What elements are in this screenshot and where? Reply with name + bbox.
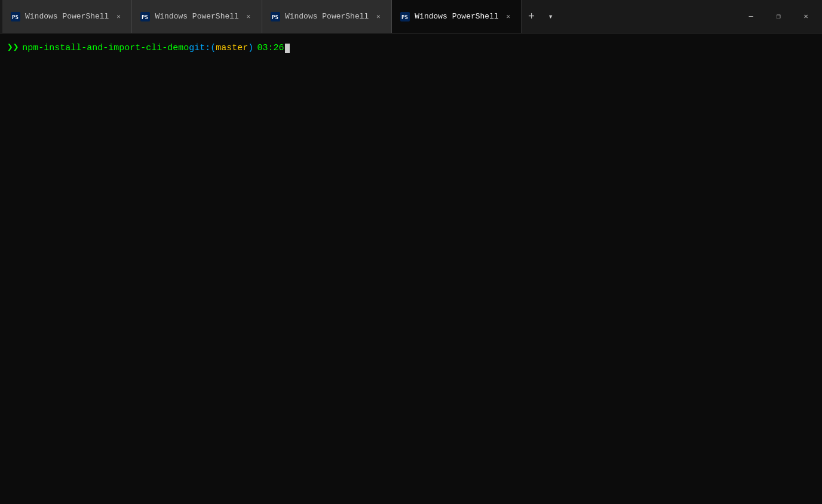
prompt-time: 03:26 bbox=[257, 41, 284, 56]
svg-text:PS: PS bbox=[401, 14, 408, 20]
svg-text:PS: PS bbox=[272, 14, 278, 20]
title-bar: PS Windows PowerShell ✕ PS Windows Power… bbox=[0, 0, 822, 33]
prompt-path: npm-install-and-import-cli-demo bbox=[22, 41, 189, 56]
maximize-icon: ❐ bbox=[776, 12, 780, 21]
tab-4-label: Windows PowerShell bbox=[415, 12, 498, 21]
tabs-dropdown-button[interactable]: ▾ bbox=[541, 7, 560, 26]
close-icon: ✕ bbox=[803, 12, 808, 21]
prompt-git-open: ( bbox=[210, 41, 216, 56]
prompt-arrow: ❯❯ bbox=[7, 41, 19, 56]
add-tab-button[interactable]: + bbox=[522, 7, 541, 26]
tab-1[interactable]: PS Windows PowerShell ✕ bbox=[2, 0, 132, 33]
svg-text:PS: PS bbox=[12, 14, 19, 20]
tab-3-label: Windows PowerShell bbox=[285, 12, 369, 21]
tab-4[interactable]: PS Windows PowerShell ✕ bbox=[392, 0, 522, 33]
tab-3-close-button[interactable]: ✕ bbox=[373, 12, 383, 21]
minimize-icon: — bbox=[749, 13, 753, 21]
powershell-icon-tab4: PS bbox=[400, 12, 410, 21]
tab-3[interactable]: PS Windows PowerShell ✕ bbox=[262, 0, 392, 33]
tab-1-label: Windows PowerShell bbox=[25, 12, 109, 21]
terminal-area[interactable]: ❯❯ npm-install-and-import-cli-demo git: … bbox=[0, 33, 822, 504]
minimize-button[interactable]: — bbox=[737, 0, 765, 33]
maximize-button[interactable]: ❐ bbox=[765, 0, 792, 33]
powershell-icon-tab3: PS bbox=[271, 12, 280, 21]
tab-4-close-button[interactable]: ✕ bbox=[504, 12, 513, 21]
terminal-cursor bbox=[285, 44, 290, 53]
prompt-git-prefix: git: bbox=[189, 41, 210, 56]
powershell-icon-tab2: PS bbox=[140, 12, 150, 21]
powershell-icon-tab1: PS bbox=[11, 12, 20, 21]
tab-2[interactable]: PS Windows PowerShell ✕ bbox=[132, 0, 262, 33]
tab-2-label: Windows PowerShell bbox=[155, 12, 238, 21]
prompt-line: ❯❯ npm-install-and-import-cli-demo git: … bbox=[7, 41, 815, 56]
tabs-container: PS Windows PowerShell ✕ PS Windows Power… bbox=[2, 0, 737, 33]
prompt-git-close: ) bbox=[248, 41, 253, 56]
prompt-git-branch: master bbox=[216, 41, 248, 56]
svg-text:PS: PS bbox=[142, 14, 148, 20]
window-controls: — ❐ ✕ bbox=[737, 0, 820, 33]
tab-2-close-button[interactable]: ✕ bbox=[244, 12, 253, 21]
chevron-down-icon: ▾ bbox=[548, 11, 553, 21]
close-button[interactable]: ✕ bbox=[792, 0, 820, 33]
tab-1-close-button[interactable]: ✕ bbox=[114, 12, 123, 21]
